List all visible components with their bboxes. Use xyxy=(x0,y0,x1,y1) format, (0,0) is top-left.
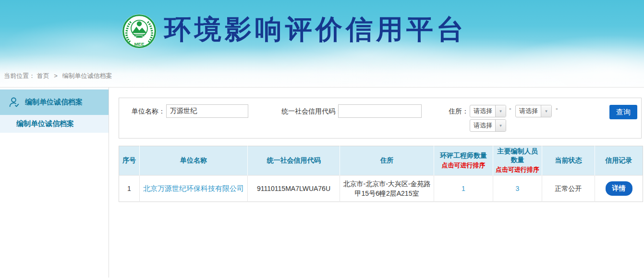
district-select-value: 请选择 xyxy=(470,120,495,131)
cell-address: 北京市-北京市-大兴区-金苑路甲15号6幢2层A215室 xyxy=(340,176,434,202)
breadcrumb-home-link[interactable]: 首页 xyxy=(37,72,49,79)
chevron-down-icon[interactable]: ▼ xyxy=(495,120,506,131)
cell-index: 1 xyxy=(119,176,140,202)
col-company: 单位名称 xyxy=(140,146,248,176)
main-area: 编制单位诚信档案 编制单位诚信档案 单位名称： 统一社会信用代码： 住所： 请选… xyxy=(0,88,644,278)
col-credit-record: 信用记录 xyxy=(595,146,643,176)
col-staff-count-title: 主要编制人员数量 xyxy=(495,147,540,164)
company-link[interactable]: 北京万源世纪环保科技有限公司 xyxy=(143,184,244,192)
chevron-down-icon[interactable]: ▼ xyxy=(495,105,506,117)
mee-logo-icon: MEE xyxy=(122,13,157,49)
sidebar: 编制单位诚信档案 编制单位诚信档案 xyxy=(0,88,109,278)
query-button[interactable]: 查询 xyxy=(609,105,637,119)
city-select-value: 请选择 xyxy=(516,105,541,117)
table-header-row: 序号 单位名称 统一社会信用代码 住所 环评工程师数量 点击可进行排序 主要编制… xyxy=(119,146,643,176)
breadcrumb-current: 编制单位诚信档案 xyxy=(62,72,112,79)
district-select[interactable]: 请选择 ▼ xyxy=(470,119,506,132)
sidebar-subitem-credit-archive[interactable]: 编制单位诚信档案 xyxy=(0,115,109,133)
col-address: 住所 xyxy=(340,146,434,176)
col-credit-code: 统一社会信用代码 xyxy=(248,146,340,176)
breadcrumb-prefix: 当前位置： xyxy=(4,72,35,79)
col-engineer-count-sortable[interactable]: 环评工程师数量 点击可进行排序 xyxy=(434,146,493,176)
breadcrumb-separator: > xyxy=(54,72,58,79)
search-panel: 单位名称： 统一社会信用代码： 住所： 请选择 ▼ - 请选择 ▼ - 请选择 … xyxy=(119,98,642,139)
page: MEE 环境影响评价信用平台 当前位置： 首页 > 编制单位诚信档案 编制单位诚… xyxy=(0,0,644,278)
sidebar-subitem-label: 编制单位诚信档案 xyxy=(16,119,74,128)
company-name-input[interactable] xyxy=(166,104,248,118)
chevron-down-icon[interactable]: ▼ xyxy=(541,105,551,117)
cell-staff-count: 3 xyxy=(493,176,542,202)
address-label: 住所： xyxy=(449,104,469,118)
breadcrumb: 当前位置： 首页 > 编制单位诚信档案 xyxy=(4,72,112,80)
city-select[interactable]: 请选择 ▼ xyxy=(515,105,552,117)
credit-code-input[interactable] xyxy=(338,104,422,118)
engineer-count-link[interactable]: 1 xyxy=(462,185,465,192)
company-name-label: 单位名称： xyxy=(132,104,165,118)
table-row: 1 北京万源世纪环保科技有限公司 91110115MA7LWUA76U 北京市-… xyxy=(119,176,643,202)
col-index: 序号 xyxy=(119,146,140,176)
sidebar-item-credit-archive[interactable]: 编制单位诚信档案 xyxy=(0,89,109,115)
col-staff-count-sortable[interactable]: 主要编制人员数量 点击可进行排序 xyxy=(493,146,542,176)
sort-hint: 点击可进行排序 xyxy=(436,161,491,170)
cell-status: 正常公开 xyxy=(542,176,595,202)
address-dash: - xyxy=(509,105,511,113)
site-header: MEE 环境影响评价信用平台 当前位置： 首页 > 编制单位诚信档案 xyxy=(0,0,644,88)
cell-engineer-count: 1 xyxy=(434,176,493,202)
detail-button[interactable]: 详情 xyxy=(606,181,632,196)
staff-count-link[interactable]: 3 xyxy=(516,185,520,192)
cell-credit-code: 91110115MA7LWUA76U xyxy=(248,176,340,202)
province-select[interactable]: 请选择 ▼ xyxy=(470,105,506,117)
site-title: 环境影响评价信用平台 xyxy=(164,14,467,44)
logo-mee-text: MEE xyxy=(134,41,145,47)
credit-code-label: 统一社会信用代码： xyxy=(281,104,342,118)
sort-hint: 点击可进行排序 xyxy=(495,165,540,174)
sidebar-item-label: 编制单位诚信档案 xyxy=(25,98,83,107)
cell-credit-record: 详情 xyxy=(595,176,643,202)
content-area: 单位名称： 统一社会信用代码： 住所： 请选择 ▼ - 请选择 ▼ - 请选择 … xyxy=(109,88,644,278)
col-status: 当前状态 xyxy=(542,146,595,176)
cell-company: 北京万源世纪环保科技有限公司 xyxy=(140,176,248,202)
results-table: 序号 单位名称 统一社会信用代码 住所 环评工程师数量 点击可进行排序 主要编制… xyxy=(119,146,643,202)
address-dash: - xyxy=(556,105,558,113)
province-select-value: 请选择 xyxy=(470,105,495,117)
col-engineer-count-title: 环评工程师数量 xyxy=(436,152,491,160)
user-check-icon xyxy=(8,96,20,108)
